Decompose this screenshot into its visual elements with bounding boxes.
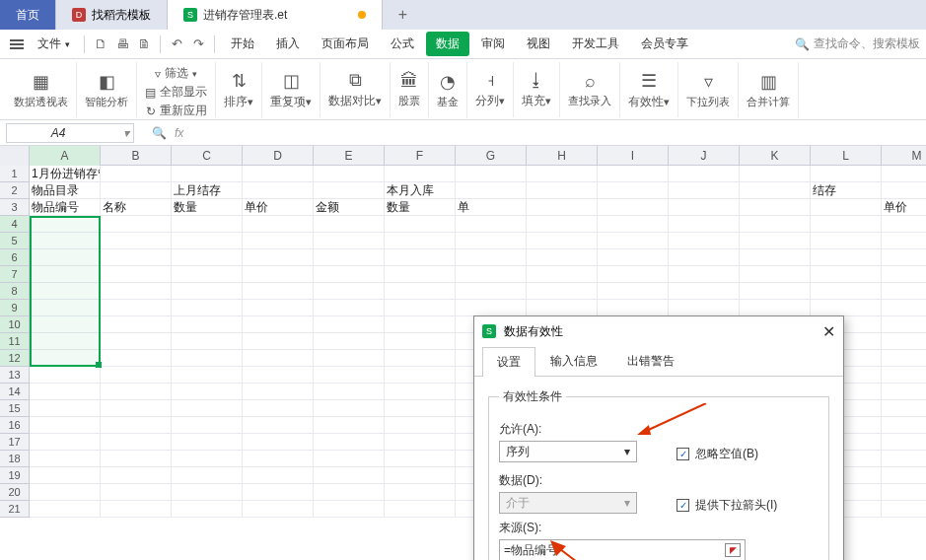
cell-M9[interactable] [882, 300, 926, 316]
cell-C4[interactable] [172, 216, 243, 233]
cell-M5[interactable] [882, 233, 926, 249]
row-17[interactable]: 17 [0, 434, 29, 451]
cell-D3[interactable]: 单价 [243, 199, 314, 216]
cell-E14[interactable] [314, 384, 385, 400]
cell-B3[interactable]: 名称 [101, 199, 172, 216]
cell-A10[interactable] [30, 316, 101, 333]
cell-B21[interactable] [101, 501, 172, 518]
menu-member[interactable]: 会员专享 [631, 32, 698, 56]
cell-A19[interactable] [30, 467, 101, 484]
cell-J5[interactable] [669, 233, 740, 249]
cell-C19[interactable] [172, 467, 243, 484]
cell-M14[interactable] [882, 384, 926, 400]
cell-C3[interactable]: 数量 [172, 199, 243, 216]
cell-H4[interactable] [527, 216, 598, 233]
row-11[interactable]: 11 [0, 333, 29, 350]
cell-H5[interactable] [527, 233, 598, 249]
rb-lookup[interactable]: ⌕查找录入 [560, 62, 620, 117]
cell-E7[interactable] [314, 266, 385, 283]
cell-B17[interactable] [101, 434, 172, 451]
col-L[interactable]: L [811, 146, 882, 166]
cell-H3[interactable] [527, 199, 598, 216]
cell-K3[interactable] [740, 199, 811, 216]
cell-I3[interactable] [598, 199, 669, 216]
cell-A12[interactable] [30, 350, 101, 367]
cell-I2[interactable] [598, 182, 669, 199]
cell-A9[interactable] [30, 300, 101, 316]
cell-G2[interactable] [456, 182, 527, 199]
cell-F16[interactable] [385, 417, 456, 434]
row-12[interactable]: 12 [0, 350, 29, 367]
col-C[interactable]: C [172, 146, 243, 166]
rb-valid[interactable]: ☰有效性▾ [620, 62, 678, 117]
cell-L7[interactable] [811, 266, 882, 283]
cell-B18[interactable] [101, 451, 172, 467]
cell-A21[interactable] [30, 501, 101, 518]
rb-merge[interactable]: ▥合并计算 [739, 62, 799, 117]
allow-combo[interactable]: 序列▾ [499, 441, 637, 462]
cell-F20[interactable] [385, 484, 456, 501]
col-H[interactable]: H [527, 146, 598, 166]
cell-H8[interactable] [527, 283, 598, 300]
cell-E16[interactable] [314, 417, 385, 434]
col-A[interactable]: A [30, 146, 101, 166]
cell-I8[interactable] [598, 283, 669, 300]
rb-fund[interactable]: ◔基金 [429, 62, 467, 117]
cell-G7[interactable] [456, 266, 527, 283]
cell-E3[interactable]: 金额 [314, 199, 385, 216]
undo-icon[interactable]: ↶ [167, 35, 186, 54]
rb-stock[interactable]: 🏛股票 [391, 62, 429, 117]
search-box[interactable]: 🔍查找命令、搜索模板 [795, 35, 920, 52]
cell-B13[interactable] [101, 367, 172, 384]
cell-A16[interactable] [30, 417, 101, 434]
cell-B4[interactable] [101, 216, 172, 233]
row-14[interactable]: 14 [0, 384, 29, 400]
cell-E10[interactable] [314, 316, 385, 333]
row-8[interactable]: 8 [0, 283, 29, 300]
cell-B19[interactable] [101, 467, 172, 484]
row-19[interactable]: 19 [0, 467, 29, 484]
cell-K1[interactable] [740, 166, 811, 182]
rb-sort[interactable]: ⇅排序▾ [216, 62, 262, 117]
cell-E19[interactable] [314, 467, 385, 484]
dlgtab-input[interactable]: 输入信息 [535, 346, 612, 376]
cell-B20[interactable] [101, 484, 172, 501]
row-5[interactable]: 5 [0, 233, 29, 249]
cell-G6[interactable] [456, 249, 527, 266]
cell-E6[interactable] [314, 249, 385, 266]
cell-A7[interactable] [30, 266, 101, 283]
cell-G4[interactable] [456, 216, 527, 233]
cell-H1[interactable] [527, 166, 598, 182]
cell-E13[interactable] [314, 367, 385, 384]
spreadsheet-grid[interactable]: A B C D E F G H I J K L M 12345678910111… [0, 146, 926, 560]
cell-L5[interactable] [811, 233, 882, 249]
cell-M2[interactable] [882, 182, 926, 199]
cell-F5[interactable] [385, 233, 456, 249]
cell-I6[interactable] [598, 249, 669, 266]
cell-D18[interactable] [243, 451, 314, 467]
cell-A4[interactable] [30, 216, 101, 233]
cell-M1[interactable] [882, 166, 926, 182]
rb-fill[interactable]: ⭳填充▾ [514, 62, 560, 117]
cell-A20[interactable] [30, 484, 101, 501]
col-D[interactable]: D [243, 146, 314, 166]
cell-L1[interactable] [811, 166, 882, 182]
cell-D14[interactable] [243, 384, 314, 400]
cell-B16[interactable] [101, 417, 172, 434]
cell-B7[interactable] [101, 266, 172, 283]
cell-B6[interactable] [101, 249, 172, 266]
print-icon[interactable]: 🖶 [112, 35, 132, 54]
cell-A14[interactable] [30, 384, 101, 400]
col-K[interactable]: K [740, 146, 811, 166]
cell-L6[interactable] [811, 249, 882, 266]
cell-K7[interactable] [740, 266, 811, 283]
cell-C7[interactable] [172, 266, 243, 283]
cell-E18[interactable] [314, 451, 385, 467]
rb-split[interactable]: ⫞分列▾ [467, 62, 514, 117]
cell-B9[interactable] [101, 300, 172, 316]
cell-M13[interactable] [882, 367, 926, 384]
cell-C11[interactable] [172, 333, 243, 350]
cell-D7[interactable] [243, 266, 314, 283]
row-15[interactable]: 15 [0, 400, 29, 417]
cell-D5[interactable] [243, 233, 314, 249]
